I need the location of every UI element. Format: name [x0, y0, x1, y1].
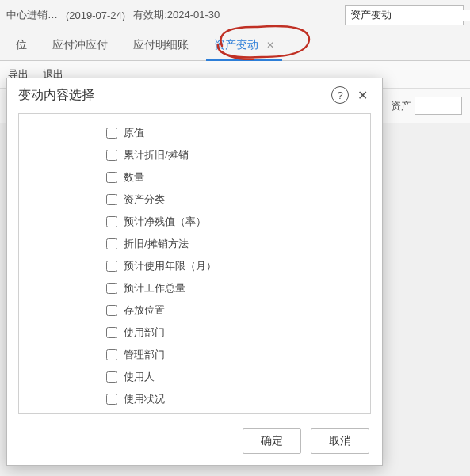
close-icon[interactable]: ✕ — [353, 86, 371, 104]
option-item[interactable]: 进项税额 — [106, 410, 370, 414]
option-label: 原值 — [124, 126, 144, 140]
app-title: 中心进销… — [6, 8, 58, 22]
tab-item-1[interactable]: 应付冲应付 — [40, 30, 120, 60]
option-item[interactable]: 预计工作总量 — [106, 277, 370, 299]
search-input[interactable] — [350, 10, 470, 21]
close-icon[interactable]: ✕ — [266, 40, 274, 51]
option-checkbox[interactable] — [106, 216, 117, 227]
help-icon[interactable]: ? — [331, 86, 349, 104]
option-checkbox[interactable] — [106, 305, 117, 316]
tab-label: 应付冲应付 — [52, 38, 108, 51]
option-label: 使用部门 — [124, 326, 165, 340]
option-checkbox[interactable] — [106, 327, 117, 338]
option-checkbox[interactable] — [106, 371, 117, 383]
option-item[interactable]: 预计使用年限（月） — [106, 255, 370, 277]
option-item[interactable]: 资产分类 — [106, 188, 370, 211]
option-item[interactable]: 原值 — [106, 122, 370, 144]
option-label: 累计折旧/摊销 — [124, 148, 189, 162]
option-item[interactable]: 使用部门 — [106, 322, 370, 344]
option-label: 管理部门 — [124, 348, 165, 362]
modal-title: 变动内容选择 — [18, 87, 327, 104]
option-checkbox[interactable] — [106, 172, 117, 183]
option-item[interactable]: 预计净残值（率） — [106, 211, 370, 233]
ok-button[interactable]: 确定 — [243, 428, 301, 454]
option-label: 资产分类 — [124, 192, 165, 207]
tab-item-0[interactable]: 位 — [3, 30, 40, 60]
tab-item-2[interactable]: 应付明细账 — [120, 30, 201, 60]
tab-item-3[interactable]: 资产变动 ✕ — [201, 30, 287, 60]
tab-label: 位 — [16, 38, 27, 51]
modal-body: 原值累计折旧/摊销数量资产分类预计净残值（率）折旧/摊销方法预计使用年限（月）预… — [18, 113, 371, 414]
option-label: 使用人 — [124, 370, 155, 384]
option-checkbox[interactable] — [106, 238, 117, 249]
header-validity: 有效期:2024-01-30 — [133, 8, 220, 22]
option-label: 预计使用年限（月） — [124, 259, 216, 273]
option-label: 预计净残值（率） — [124, 215, 206, 229]
option-item[interactable]: 累计折旧/摊销 — [106, 144, 370, 166]
option-checkbox[interactable] — [106, 128, 117, 139]
tab-label: 应付明细账 — [133, 38, 189, 51]
modal-dialog: 变动内容选择 ? ✕ 原值累计折旧/摊销数量资产分类预计净残值（率）折旧/摊销方… — [6, 78, 383, 466]
search-box[interactable] — [345, 5, 464, 25]
option-item[interactable]: 使用状况 — [106, 388, 370, 410]
option-checkbox[interactable] — [106, 261, 117, 272]
modal-footer: 确定 取消 — [7, 421, 382, 465]
tab-bar: 位 应付冲应付 应付明细账 资产变动 ✕ — [0, 30, 470, 61]
option-checkbox[interactable] — [106, 283, 117, 294]
option-label: 数量 — [124, 170, 144, 185]
option-item[interactable]: 折旧/摊销方法 — [106, 233, 370, 255]
tab-label: 资产变动 — [214, 38, 258, 51]
option-checkbox[interactable] — [106, 150, 117, 161]
option-item[interactable]: 使用人 — [106, 366, 370, 388]
asset-label: 资产 — [391, 99, 411, 113]
header-bar: 中心进销… (2019-07-24) 有效期:2024-01-30 — [0, 0, 470, 30]
option-item[interactable]: 存放位置 — [106, 299, 370, 322]
option-item[interactable]: 管理部门 — [106, 344, 370, 366]
cancel-button[interactable]: 取消 — [311, 428, 369, 454]
option-checkbox[interactable] — [106, 394, 117, 405]
modal-header: 变动内容选择 ? ✕ — [7, 78, 382, 112]
header-date: (2019-07-24) — [66, 10, 125, 21]
option-label: 预计工作总量 — [124, 281, 185, 295]
option-checkbox[interactable] — [106, 194, 117, 205]
option-item[interactable]: 数量 — [106, 166, 370, 188]
option-label: 使用状况 — [124, 392, 165, 406]
option-label: 折旧/摊销方法 — [124, 237, 189, 251]
asset-input[interactable] — [415, 97, 462, 115]
option-checkbox[interactable] — [106, 349, 117, 360]
option-label: 存放位置 — [124, 303, 165, 318]
